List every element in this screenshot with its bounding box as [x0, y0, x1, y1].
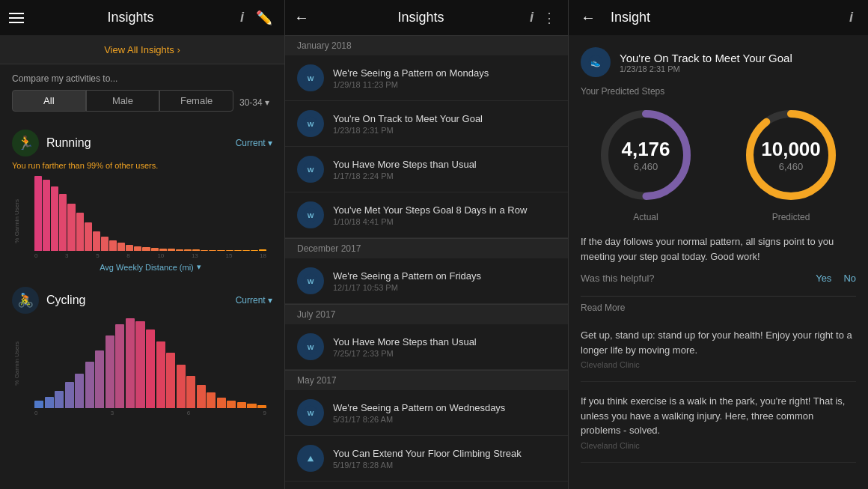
- steps-icon: W: [297, 333, 324, 360]
- running-header: 🏃 Running Current ▾: [12, 130, 272, 157]
- steps-icon: W: [297, 399, 324, 426]
- running-chart: % Garmin Users 035810131518 Avg Weekly D…: [12, 176, 272, 272]
- back-arrow-middle[interactable]: ←: [294, 9, 309, 26]
- svg-text:W: W: [308, 212, 314, 219]
- list-item-date: 5/19/17 8:28 AM: [333, 461, 522, 470]
- running-selector[interactable]: Current ▾: [236, 138, 272, 148]
- predicted-label: Predicted: [772, 212, 810, 222]
- article-1: Get up, stand up: stand up for your heal…: [581, 328, 856, 382]
- svg-text:W: W: [308, 344, 314, 351]
- cycling-x-labels: 0369: [34, 410, 266, 416]
- actual-label: Actual: [633, 212, 658, 222]
- cycling-y-label: % Garmin Users: [13, 341, 20, 386]
- left-panel: Insights i ✏️ View All Insights Compare …: [0, 0, 284, 489]
- svg-text:W: W: [308, 410, 314, 417]
- left-header-title: Insights: [24, 10, 237, 25]
- list-item-text: You Have More Steps than Usual1/17/18 2:…: [333, 159, 477, 180]
- cycling-chart: % Garmin Users 0369: [12, 318, 272, 416]
- list-item[interactable]: You Can Extend Your Floor Climbing Strea…: [285, 436, 568, 482]
- cycling-name: Cycling: [46, 294, 85, 307]
- list-item-text: We're Seeing a Pattern on Fridays12/1/17…: [333, 270, 481, 292]
- predicted-steps-label: Your Predicted Steps: [581, 86, 856, 97]
- list-item-date: 7/25/17 2:33 PM: [333, 349, 477, 358]
- steps-icon: W: [297, 267, 324, 294]
- filter-male[interactable]: Male: [86, 90, 160, 112]
- helpful-label: Was this helpful?: [581, 273, 804, 284]
- running-x-labels: 035810131518: [34, 252, 266, 259]
- article-2-text: If you think exercise is a walk in the p…: [581, 394, 856, 438]
- article-2: If you think exercise is a walk in the p…: [581, 394, 856, 463]
- insight-detail: 👟 You're On Track to Meet Your Goal 1/23…: [569, 35, 868, 489]
- climbing-icon: [297, 445, 324, 472]
- detail-title-row: 👟 You're On Track to Meet Your Goal 1/23…: [581, 47, 856, 77]
- list-item[interactable]: WYou've Met Your Steps Goal 4 Days in a …: [285, 482, 568, 489]
- steps-icon: W: [297, 201, 324, 228]
- list-item[interactable]: WWe're Seeing a Pattern on Fridays12/1/1…: [285, 258, 568, 304]
- list-item-title: You Can Extend Your Floor Climbing Strea…: [333, 448, 522, 459]
- month-header: December 2017: [285, 238, 568, 258]
- svg-text:W: W: [308, 166, 314, 174]
- filter-all[interactable]: All: [12, 90, 86, 112]
- filter-buttons: All Male Female: [12, 90, 233, 112]
- middle-panel: ← Insights i ⋮ January 2018WWe're Seeing…: [284, 0, 569, 489]
- list-item-date: 1/29/18 11:23 PM: [333, 80, 489, 89]
- list-item[interactable]: WWe're Seeing a Pattern on Mondays1/29/1…: [285, 55, 568, 101]
- right-header-title: Insight: [611, 10, 837, 25]
- predicted-circle-inner: 10,000 6,460: [761, 138, 821, 172]
- more-icon-middle[interactable]: ⋮: [540, 7, 559, 29]
- info-icon-middle[interactable]: i: [527, 7, 537, 28]
- list-item[interactable]: WYou've Met Your Steps Goal 8 Days in a …: [285, 192, 568, 238]
- list-item-title: We're Seeing a Pattern on Mondays: [333, 67, 489, 79]
- list-item[interactable]: WYou Have More Steps than Usual7/25/17 2…: [285, 324, 568, 370]
- info-icon-left[interactable]: i: [237, 7, 247, 28]
- no-button[interactable]: No: [843, 273, 856, 284]
- detail-title-text: You're On Track to Meet Your Goal 1/23/1…: [620, 52, 792, 73]
- running-card: 🏃 Running Current ▾ You run farther than…: [0, 121, 284, 272]
- list-item-text: You Can Extend Your Floor Climbing Strea…: [333, 448, 522, 470]
- right-header: ← Insight i: [569, 0, 868, 35]
- list-item-text: We're Seeing a Pattern on Mondays1/29/18…: [333, 67, 489, 89]
- cycling-left: 🚴 Cycling: [12, 287, 85, 314]
- running-name: Running: [46, 136, 91, 150]
- cycling-bars: [34, 318, 266, 408]
- article-2-source: Cleveland Clinic: [581, 441, 856, 450]
- list-item-date: 1/23/18 2:31 PM: [333, 126, 483, 135]
- yes-button[interactable]: Yes: [816, 273, 831, 284]
- running-x-axis-label[interactable]: Avg Weekly Distance (mi) ▾: [34, 262, 266, 272]
- predicted-sub: 6,460: [761, 161, 821, 172]
- list-item-text: You've Met Your Steps Goal 8 Days in a R…: [333, 204, 527, 226]
- month-header: May 2017: [285, 370, 568, 390]
- list-item-title: You've Met Your Steps Goal 8 Days in a R…: [333, 204, 527, 216]
- left-scroll: 🏃 Running Current ▾ You run farther than…: [0, 121, 284, 489]
- predicted-value: 10,000: [761, 138, 821, 161]
- cycling-selector[interactable]: Current ▾: [236, 295, 272, 306]
- list-item[interactable]: WWe're Seeing a Pattern on Wednesdays5/3…: [285, 390, 568, 436]
- running-bars: [34, 176, 266, 251]
- circles-row: 4,176 6,460 Actual 10,000 6,460: [581, 103, 856, 222]
- svg-text:W: W: [308, 121, 314, 128]
- cycling-header: 🚴 Cycling Current ▾: [12, 287, 272, 314]
- list-item-title: You Have More Steps than Usual: [333, 159, 477, 170]
- steps-icon: W: [297, 156, 324, 183]
- list-item-title: We're Seeing a Pattern on Fridays: [333, 270, 481, 282]
- list-item[interactable]: WYou're On Track to Meet Your Goal1/23/1…: [285, 101, 568, 147]
- info-icon-right[interactable]: i: [846, 7, 856, 28]
- cycling-icon: 🚴: [12, 287, 39, 314]
- middle-scroll: January 2018WWe're Seeing a Pattern on M…: [285, 35, 568, 489]
- svg-text:W: W: [308, 75, 314, 82]
- right-panel: ← Insight i 👟 You're On Track to Meet Yo…: [569, 0, 868, 489]
- filter-female[interactable]: Female: [159, 90, 233, 112]
- view-all-link[interactable]: View All Insights: [104, 44, 180, 55]
- running-icon: 🏃: [12, 130, 39, 157]
- view-all-bar[interactable]: View All Insights: [0, 35, 284, 64]
- edit-icon-left[interactable]: ✏️: [253, 7, 275, 29]
- hamburger-icon[interactable]: [9, 13, 24, 23]
- actual-circle-wrap: 4,176 6,460: [593, 103, 698, 207]
- read-more-label: Read More: [581, 296, 856, 319]
- actual-circle-inner: 4,176 6,460: [621, 138, 670, 172]
- helpful-row: Was this helpful? Yes No: [581, 273, 856, 284]
- running-left: 🏃 Running: [12, 130, 91, 157]
- back-arrow-right[interactable]: ←: [581, 9, 596, 26]
- list-item[interactable]: WYou Have More Steps than Usual1/17/18 2…: [285, 147, 568, 192]
- age-selector[interactable]: 30-34 ▾: [239, 97, 272, 108]
